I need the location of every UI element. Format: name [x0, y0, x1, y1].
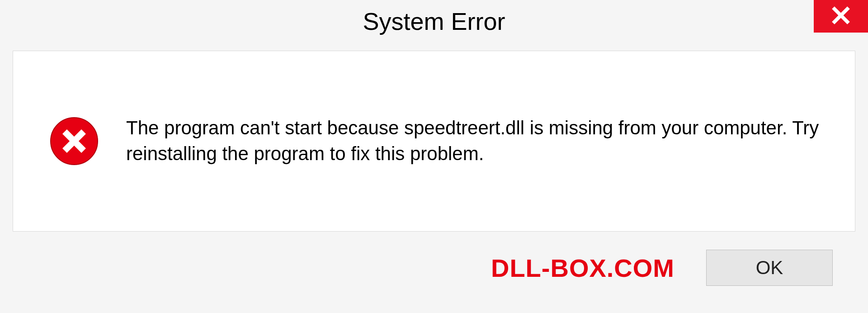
watermark-text: DLL-BOX.COM: [491, 253, 675, 283]
close-icon: [830, 5, 851, 28]
content-area: The program can't start because speedtre…: [13, 51, 855, 232]
dialog-title: System Error: [363, 7, 505, 35]
error-icon: [49, 116, 99, 166]
error-message: The program can't start because speedtre…: [126, 115, 828, 166]
titlebar: System Error: [0, 0, 868, 45]
dialog-footer: DLL-BOX.COM OK: [13, 232, 855, 304]
close-button[interactable]: [814, 0, 868, 33]
ok-button[interactable]: OK: [706, 250, 833, 286]
system-error-dialog: System Error The program can't start bec…: [0, 0, 868, 313]
